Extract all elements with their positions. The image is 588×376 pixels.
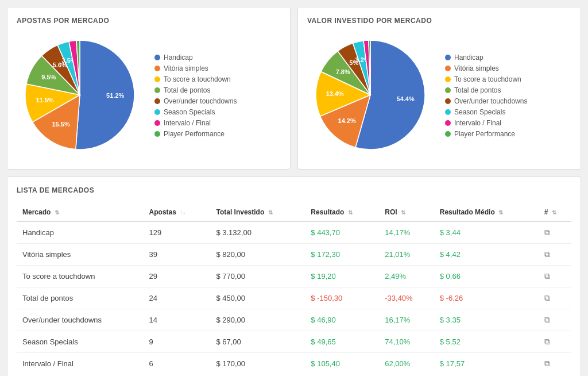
external-link-icon[interactable]: ⧉ [544, 337, 550, 346]
cell-link[interactable]: ⧉ [539, 309, 571, 331]
cell-total: $ 770,00 [210, 266, 305, 287]
col-roi[interactable]: ROI ⇅ [379, 204, 434, 221]
cell-resultado: $ 46,90 [305, 309, 379, 331]
external-link-icon[interactable]: ⧉ [544, 359, 550, 368]
legend-item: Vitória simples [445, 64, 527, 72]
svg-text:51.2%: 51.2% [106, 92, 124, 99]
external-link-icon[interactable]: ⧉ [544, 271, 550, 281]
left-legend: HandicapVitória simplesTo score a touchd… [154, 53, 237, 138]
legend-label: To score a touchdown [454, 75, 521, 83]
legend-dot [154, 55, 160, 60]
cell-link[interactable]: ⧉ [539, 287, 571, 309]
legend-item: Over/under touchdowns [445, 97, 527, 105]
external-link-icon[interactable]: ⧉ [544, 315, 550, 324]
cell-link[interactable]: ⧉ [539, 353, 571, 375]
right-chart-title: VALOR INVESTIDO POR MERCADO [307, 17, 571, 25]
cell-apostas: 14 [144, 309, 211, 331]
col-hash[interactable]: # ⇅ [539, 204, 571, 221]
col-mercado[interactable]: Mercado ⇅ [17, 204, 144, 221]
cell-apostas: 39 [144, 244, 211, 266]
legend-item: Player Performance [445, 130, 527, 138]
legend-label: Over/under touchdowns [164, 97, 237, 105]
cell-roi: 62,00% [379, 353, 434, 375]
cell-total: $ 3.132,00 [210, 221, 305, 244]
cell-total: $ 170,00 [210, 353, 305, 375]
legend-label: Over/under touchdowns [454, 97, 527, 105]
table-header-row: Mercado ⇅ Apostas ↑↓ Total Investido ⇅ R… [17, 204, 571, 221]
external-link-icon[interactable]: ⧉ [544, 293, 550, 302]
cell-link[interactable]: ⧉ [539, 266, 571, 287]
legend-label: Handicap [164, 53, 193, 62]
legend-dot [445, 109, 451, 115]
legend-item: To score a touchdown [154, 75, 237, 83]
svg-text:15.5%: 15.5% [52, 121, 69, 128]
cell-link[interactable]: ⧉ [539, 244, 571, 266]
table-row: Intervalo / Final6$ 170,00$ 105,4062,00%… [17, 353, 571, 375]
cell-resultado: $ 443,70 [305, 221, 379, 244]
legend-label: Season Specials [454, 108, 505, 116]
legend-label: To score a touchdown [164, 75, 231, 83]
legend-item: Handicap [154, 53, 237, 62]
cell-roi: 21,01% [379, 244, 434, 266]
legend-item: Total de pontos [445, 86, 527, 94]
legend-label: Intervalo / Final [454, 119, 501, 127]
legend-dot [445, 76, 451, 82]
cell-mercado: To score a touchdown [17, 266, 144, 287]
legend-label: Season Specials [164, 108, 215, 116]
cell-apostas: 29 [144, 266, 211, 287]
cell-link[interactable]: ⧉ [539, 221, 571, 244]
cell-resultado: $ 49,65 [305, 331, 379, 353]
table-row: Handicap129$ 3.132,00$ 443,7014,17%$ 3,4… [17, 221, 571, 244]
legend-item: To score a touchdown [445, 75, 527, 83]
legend-label: Handicap [454, 53, 483, 62]
cell-total: $ 290,00 [210, 309, 305, 331]
table-row: Over/under touchdowns14$ 290,00$ 46,9016… [17, 309, 571, 331]
legend-dot [154, 98, 160, 104]
cell-med: $ 0,66 [434, 266, 539, 287]
lista-de-mercados-card: LISTA DE MERCADOS Mercado ⇅ Apostas ↑↓ T… [7, 177, 581, 376]
col-total-investido[interactable]: Total Investido ⇅ [210, 204, 305, 221]
col-resultado-medio[interactable]: Resultado Médio ⇅ [434, 204, 539, 221]
legend-dot [154, 87, 160, 93]
legend-item: Player Performance [154, 130, 237, 138]
col-apostas[interactable]: Apostas ↑↓ [144, 204, 211, 221]
external-link-icon[interactable]: ⧉ [544, 228, 550, 237]
cell-roi: 16,17% [379, 309, 434, 331]
cell-med: $ 4,42 [434, 244, 539, 266]
legend-dot [445, 66, 451, 71]
svg-text:13.4%: 13.4% [326, 90, 344, 97]
valor-investido-por-mercado-card: VALOR INVESTIDO POR MERCADO 54.4%14.2%13… [297, 7, 581, 170]
legend-dot [154, 120, 160, 126]
svg-text:14.2%: 14.2% [338, 117, 356, 124]
cell-mercado: Season Specials [17, 331, 144, 353]
legend-label: Intervalo / Final [164, 119, 211, 127]
cell-roi: 2,49% [379, 266, 434, 287]
legend-dot [154, 76, 160, 82]
cell-total: $ 450,00 [210, 287, 305, 309]
left-chart-title: APOSTAS POR MERCADO [17, 17, 281, 25]
mercados-table: Mercado ⇅ Apostas ↑↓ Total Investido ⇅ R… [17, 204, 571, 374]
cell-med: $ 17,57 [434, 353, 539, 375]
legend-item: Handicap [445, 53, 527, 62]
table-row: Total de pontos24$ 450,00$ -150,30-33,40… [17, 287, 571, 309]
legend-dot [445, 87, 451, 93]
cell-link[interactable]: ⧉ [539, 331, 571, 353]
right-pie-chart: 54.4%14.2%13.4%7.8%5%3.2% [307, 32, 434, 160]
legend-label: Player Performance [454, 130, 515, 138]
cell-apostas: 129 [144, 221, 211, 244]
cell-apostas: 9 [144, 331, 211, 353]
cell-mercado: Over/under touchdowns [17, 309, 144, 331]
svg-text:7.8%: 7.8% [336, 68, 350, 75]
legend-item: Intervalo / Final [445, 119, 527, 127]
col-resultado[interactable]: Resultado ⇅ [305, 204, 379, 221]
cell-mercado: Total de pontos [17, 287, 144, 309]
legend-dot [445, 131, 451, 137]
cell-apostas: 6 [144, 353, 211, 375]
cell-med: $ -6,26 [434, 287, 539, 309]
svg-text:9.5%: 9.5% [41, 74, 56, 80]
external-link-icon[interactable]: ⧉ [544, 250, 550, 259]
legend-label: Vitória simples [454, 64, 499, 72]
legend-item: Season Specials [445, 108, 527, 116]
legend-dot [154, 131, 160, 137]
cell-roi: -33,40% [379, 287, 434, 309]
